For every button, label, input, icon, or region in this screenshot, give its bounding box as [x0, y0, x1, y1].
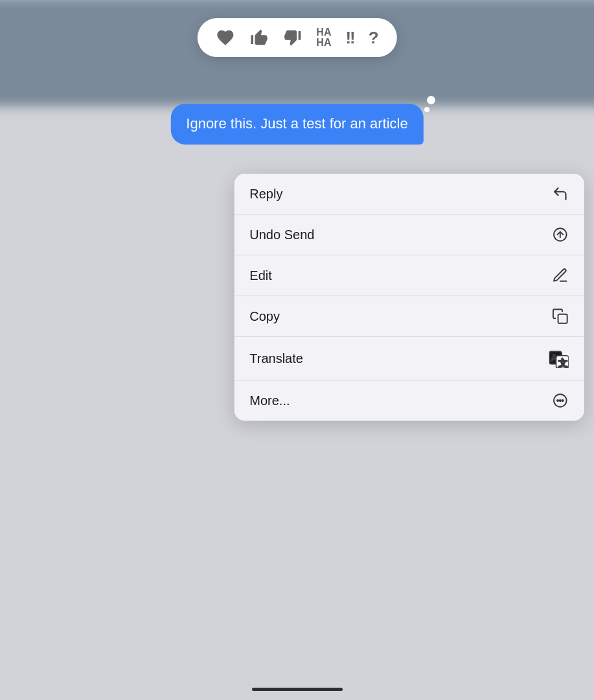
reply-label: Reply — [249, 187, 282, 202]
bubble-tail-large — [427, 96, 435, 104]
thumbsup-reaction[interactable] — [249, 28, 268, 47]
menu-item-reply[interactable]: Reply — [234, 174, 584, 215]
more-icon — [551, 392, 568, 409]
svg-text:文: 文 — [558, 358, 567, 368]
haha-reaction[interactable]: HAHA — [316, 27, 331, 48]
translate-label: Translate — [249, 351, 303, 366]
message-text: Ignore this. Just a test for an article — [186, 115, 407, 132]
context-menu: Reply Undo Send Edit Co — [234, 174, 584, 421]
menu-item-more[interactable]: More... — [234, 380, 584, 421]
message-bubble: Ignore this. Just a test for an article — [170, 104, 423, 145]
svg-point-9 — [559, 400, 560, 401]
thumbsdown-reaction[interactable] — [282, 28, 302, 47]
question-reaction[interactable]: ? — [369, 28, 379, 48]
edit-icon — [551, 267, 568, 284]
heart-reaction[interactable] — [215, 28, 234, 47]
translate-icon: A 文 — [549, 349, 568, 368]
undo-send-icon — [551, 226, 568, 243]
edit-label: Edit — [249, 268, 271, 283]
bubble-tail-small — [424, 107, 429, 112]
home-indicator — [252, 688, 343, 691]
menu-item-undo-send[interactable]: Undo Send — [234, 215, 584, 255]
svg-point-8 — [556, 400, 558, 401]
exclamation-reaction[interactable]: !! — [345, 28, 354, 48]
copy-label: Copy — [249, 309, 280, 324]
reaction-bar: HAHA !! ? — [197, 18, 396, 57]
svg-point-10 — [562, 400, 563, 401]
menu-item-edit[interactable]: Edit — [234, 255, 584, 296]
svg-rect-2 — [558, 314, 567, 323]
reply-icon — [551, 185, 568, 202]
more-label: More... — [249, 393, 290, 408]
menu-item-translate[interactable]: Translate A 文 — [234, 337, 584, 380]
undo-send-label: Undo Send — [249, 228, 314, 242]
menu-item-copy[interactable]: Copy — [234, 296, 584, 337]
copy-icon — [551, 308, 568, 325]
